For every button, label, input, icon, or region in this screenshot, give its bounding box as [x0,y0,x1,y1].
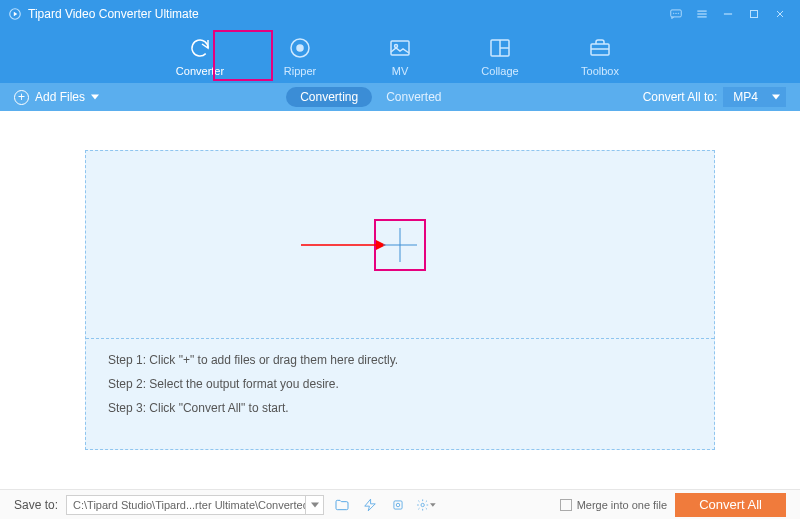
tab-converted[interactable]: Converted [372,87,455,107]
close-button[interactable] [768,2,792,26]
save-to-label: Save to: [14,498,58,512]
svg-point-30 [421,503,424,506]
nav-toolbox[interactable]: Toolbox [570,34,630,77]
convert-all-to: Convert All to: MP4 [643,87,786,107]
nav-ripper[interactable]: Ripper [270,34,330,77]
svg-point-3 [673,13,674,14]
feedback-icon[interactable] [664,2,688,26]
nav-label: Ripper [284,65,316,77]
svg-marker-22 [91,95,99,100]
svg-marker-31 [430,503,436,506]
mv-icon [386,34,414,62]
minimize-button[interactable] [716,2,740,26]
app-logo-icon [8,7,22,21]
add-files-label: Add Files [35,90,85,104]
convert-all-button[interactable]: Convert All [675,493,786,517]
add-files-plus[interactable] [374,219,426,271]
save-path-field[interactable]: C:\Tipard Studio\Tipard...rter Ultimate\… [66,495,306,515]
add-files-button[interactable]: + Add Files [14,90,99,105]
collage-icon [486,34,514,62]
svg-rect-10 [751,11,758,18]
format-select[interactable]: MP4 [723,87,786,107]
dropzone-top[interactable] [86,151,714,339]
main-area: Step 1: Click "+" to add files or drag t… [0,111,800,489]
menu-icon[interactable] [690,2,714,26]
step-3-text: Step 3: Click "Convert All" to start. [108,401,692,415]
toolbar: + Add Files Converting Converted Convert… [0,83,800,111]
checkbox-icon [560,499,572,511]
highlight-box [213,30,273,81]
nav-mv[interactable]: MV [370,34,430,77]
toolbox-icon [586,34,614,62]
svg-point-14 [297,45,303,51]
nav-label: Collage [481,65,518,77]
chevron-down-icon [772,93,780,101]
svg-point-5 [678,13,679,14]
svg-point-4 [676,13,677,14]
nav-label: Toolbox [581,65,619,77]
status-tabs: Converting Converted [286,87,455,107]
ripper-icon [286,34,314,62]
svg-point-16 [395,45,398,48]
step-2-text: Step 2: Select the output format you des… [108,377,692,391]
main-nav: Converter Ripper MV Collage Toolbox [0,28,800,83]
titlebar: Tipard Video Converter Ultimate [0,0,800,28]
svg-rect-15 [391,41,409,55]
plus-circle-icon: + [14,90,29,105]
nav-collage[interactable]: Collage [470,34,530,77]
merge-checkbox[interactable]: Merge into one file [560,499,668,511]
svg-rect-28 [394,500,402,508]
converter-icon [186,34,214,62]
footer: Save to: C:\Tipard Studio\Tipard...rter … [0,489,800,519]
gear-icon[interactable] [416,495,436,515]
format-value: MP4 [733,90,758,104]
nav-label: MV [392,65,409,77]
step-1-text: Step 1: Click "+" to add files or drag t… [108,353,692,367]
svg-point-29 [396,503,400,507]
chevron-down-icon [91,93,99,101]
svg-marker-1 [14,12,17,17]
app-title: Tipard Video Converter Ultimate [28,7,199,21]
merge-label: Merge into one file [577,499,668,511]
lightning-icon[interactable] [360,495,380,515]
convert-all-label: Convert All to: [643,90,718,104]
maximize-button[interactable] [742,2,766,26]
path-chevron-button[interactable] [306,495,324,515]
dropzone[interactable]: Step 1: Click "+" to add files or drag t… [85,150,715,450]
svg-marker-23 [772,95,780,100]
tab-converting[interactable]: Converting [286,87,372,107]
instructions: Step 1: Click "+" to add files or drag t… [86,339,714,449]
gpu-icon[interactable] [388,495,408,515]
plus-icon [381,226,419,264]
svg-marker-26 [311,502,319,507]
arrow-annotation [301,237,386,253]
svg-marker-27 [365,499,376,511]
open-folder-button[interactable] [332,495,352,515]
